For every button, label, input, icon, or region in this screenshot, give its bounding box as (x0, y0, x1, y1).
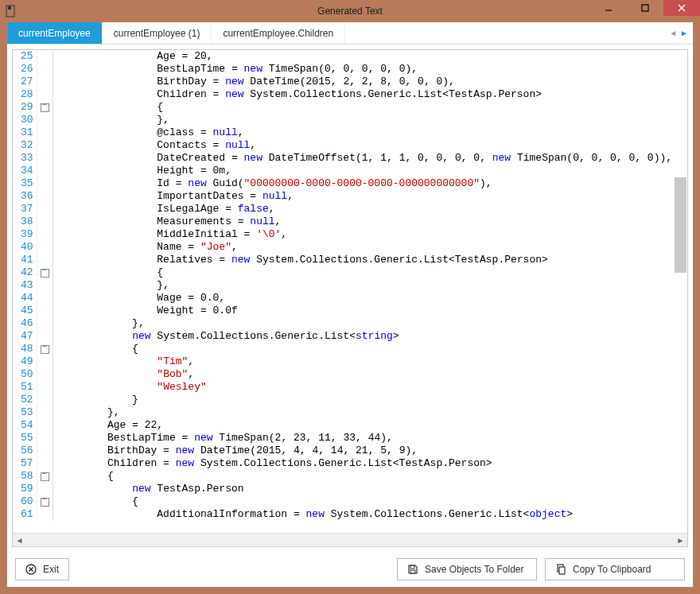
fold-toggle-icon[interactable] (37, 101, 52, 114)
code-content[interactable]: { (52, 266, 672, 279)
code-content[interactable]: }, (52, 279, 672, 292)
code-content[interactable]: BestLapTime = new TimeSpan(2, 23, 11, 33… (52, 432, 672, 445)
code-content[interactable]: Contacts = null, (52, 139, 672, 152)
fold-gutter (37, 114, 52, 126)
fold-gutter (37, 126, 52, 139)
code-content[interactable]: { (52, 101, 672, 114)
fold-gutter (37, 292, 52, 305)
close-button[interactable] (663, 0, 700, 16)
fold-toggle-icon[interactable] (37, 470, 52, 483)
code-content[interactable]: Height = 0m, (52, 165, 672, 177)
code-content[interactable]: Relatives = new System.Collections.Gener… (52, 254, 672, 266)
code-scroll-area[interactable]: 25 Age = 20,26 BestLapTime = new TimeSpa… (13, 50, 687, 533)
tab-next-icon[interactable]: ► (680, 29, 688, 37)
fold-gutter (37, 445, 52, 457)
save-objects-button[interactable]: Save Objects To Folder (397, 558, 537, 580)
code-content[interactable]: { (52, 470, 672, 483)
app-icon (5, 5, 18, 17)
line-number: 53 (13, 406, 37, 419)
window-titlebar: Generated Text (0, 0, 700, 22)
code-line: 34 Height = 0m, (13, 165, 672, 177)
fold-gutter (37, 419, 52, 432)
line-number: 58 (13, 470, 37, 483)
copy-clipboard-button[interactable]: Copy To Clipboard (545, 558, 685, 580)
code-editor: 25 Age = 20,26 BestLapTime = new TimeSpa… (12, 49, 688, 547)
code-content[interactable]: { (52, 495, 672, 508)
fold-gutter (37, 63, 52, 76)
exit-button[interactable]: Exit (15, 558, 69, 580)
code-line: 53 }, (13, 406, 672, 419)
code-content[interactable]: } (52, 394, 672, 406)
fold-gutter (37, 317, 52, 330)
fold-toggle-icon[interactable] (37, 266, 52, 279)
code-content[interactable]: }, (52, 406, 672, 419)
code-line: 59 new TestAsp.Person (13, 483, 672, 495)
code-content[interactable]: DateCreated = new DateTimeOffset(1, 1, 1… (52, 152, 672, 165)
tab-prev-icon[interactable]: ◄ (669, 29, 677, 37)
code-line: 45 Weight = 0.0f (13, 305, 672, 317)
code-content[interactable]: @class = null, (52, 126, 672, 139)
code-line: 57 Children = new System.Collections.Gen… (13, 457, 672, 470)
code-line: 50 "Bob", (13, 368, 672, 381)
code-content[interactable]: BirthDay = new DateTime(2015, 2, 2, 8, 0… (52, 76, 672, 88)
fold-toggle-icon[interactable] (37, 495, 52, 508)
code-content[interactable]: "Tim", (52, 355, 672, 368)
fold-gutter (37, 508, 52, 521)
code-line: 46 }, (13, 317, 672, 330)
code-content[interactable]: Name = "Joe", (52, 241, 672, 254)
vertical-scrollbar-thumb[interactable] (675, 177, 686, 273)
code-line: 26 BestLapTime = new TimeSpan(0, 0, 0, 0… (13, 63, 672, 76)
scroll-left-icon[interactable]: ◄ (13, 534, 26, 547)
code-content[interactable]: ImportantDates = null, (52, 190, 672, 203)
line-number: 43 (13, 279, 37, 292)
code-line: 60 { (13, 495, 672, 508)
fold-gutter (37, 76, 52, 88)
code-content[interactable]: Id = new Guid("00000000-0000-0000-0000-0… (52, 177, 672, 190)
code-content[interactable]: new TestAsp.Person (52, 483, 672, 495)
code-line: 27 BirthDay = new DateTime(2015, 2, 2, 8… (13, 76, 672, 88)
code-content[interactable]: AdditionalInformation = new System.Colle… (52, 508, 672, 521)
fold-toggle-icon[interactable] (37, 343, 52, 355)
code-content[interactable]: BirthDay = new DateTime(2015, 4, 4, 14, … (52, 445, 672, 457)
code-content[interactable]: MiddleInitial = '\0', (52, 228, 672, 241)
code-line: 43 }, (13, 279, 672, 292)
line-number: 52 (13, 394, 37, 406)
code-content[interactable]: new System.Collections.Generic.List<stri… (52, 330, 672, 343)
line-number: 37 (13, 203, 37, 215)
code-content[interactable]: { (52, 343, 672, 355)
minimize-button[interactable] (590, 0, 627, 16)
fold-gutter (37, 355, 52, 368)
line-number: 41 (13, 254, 37, 266)
code-content[interactable]: Weight = 0.0f (52, 305, 672, 317)
window-controls (590, 0, 700, 22)
svg-rect-11 (559, 567, 565, 574)
exit-icon (25, 564, 37, 575)
code-content[interactable]: IsLegalAge = false, (52, 203, 672, 215)
code-content[interactable]: Age = 22, (52, 419, 672, 432)
code-content[interactable]: Children = new System.Collections.Generi… (52, 88, 672, 101)
tab-label: currentEmployee (1) (114, 28, 200, 39)
line-number: 26 (13, 63, 37, 76)
code-content[interactable]: Wage = 0.0, (52, 292, 672, 305)
code-line: 54 Age = 22, (13, 419, 672, 432)
code-content[interactable]: }, (52, 317, 672, 330)
tab-current-employee-children[interactable]: currentEmployee.Children (212, 22, 345, 44)
fold-gutter (37, 228, 52, 241)
code-content[interactable]: }, (52, 114, 672, 126)
maximize-button[interactable] (627, 0, 663, 16)
code-line: 42 { (13, 266, 672, 279)
scroll-right-icon[interactable]: ► (674, 534, 687, 547)
code-content[interactable]: Children = new System.Collections.Generi… (52, 457, 672, 470)
horizontal-scrollbar[interactable]: ◄ ► (13, 533, 687, 546)
code-content[interactable]: BestLapTime = new TimeSpan(0, 0, 0, 0, 0… (52, 63, 672, 76)
code-line: 52 } (13, 394, 672, 406)
tab-current-employee[interactable]: currentEmployee (7, 22, 103, 44)
code-content[interactable]: "Bob", (52, 368, 672, 381)
code-content[interactable]: Age = 20, (52, 50, 672, 63)
code-content[interactable]: "Wesley" (52, 381, 672, 394)
code-line: 40 Name = "Joe", (13, 241, 672, 254)
line-number: 46 (13, 317, 37, 330)
code-content[interactable]: Measurements = null, (52, 215, 672, 228)
tab-current-employee-1[interactable]: currentEmployee (1) (103, 22, 212, 44)
code-line: 49 "Tim", (13, 355, 672, 368)
